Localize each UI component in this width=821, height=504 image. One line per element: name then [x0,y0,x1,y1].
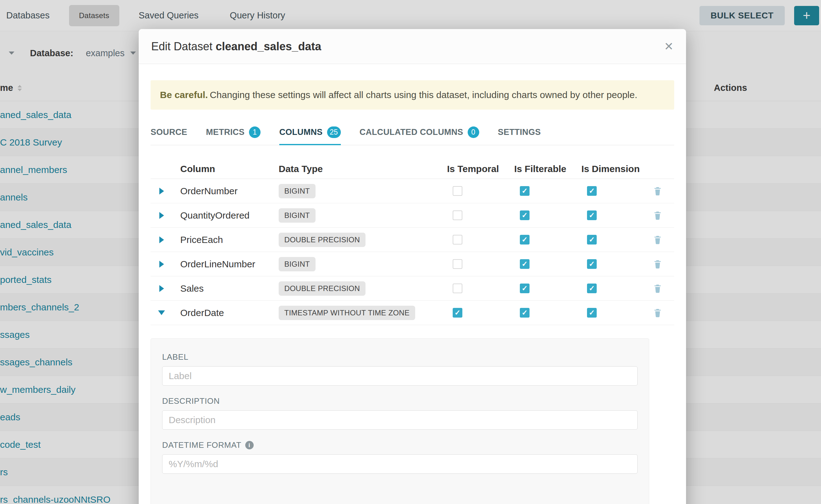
is-dimension-checkbox[interactable] [587,284,597,293]
table-row: QuantityOrdered BIGINT [151,203,674,228]
column-header: Is Temporal [440,164,507,174]
tab-metrics[interactable]: METRICS 1 [206,126,260,145]
label-field: LABEL [162,352,638,386]
tab-label: SOURCE [151,127,187,137]
tab-columns[interactable]: COLUMNS 25 [279,126,341,145]
modal-title: Edit Dataset cleaned_sales_data [151,40,321,53]
trash-icon[interactable] [641,308,674,318]
tab-label: COLUMNS [279,127,323,137]
is-filterable-checkbox[interactable] [520,186,530,196]
is-dimension-checkbox[interactable] [587,235,597,245]
columns-table: Column Data Type Is Temporal Is Filterab… [151,159,674,325]
column-header: Column [172,164,271,174]
tab-count-badge: 1 [249,126,260,138]
is-temporal-checkbox[interactable] [453,308,463,318]
is-temporal-checkbox[interactable] [453,210,463,220]
modal-body: Be careful.Changing these settings will … [139,64,686,504]
warning-banner-text: Changing these settings will affect all … [210,90,637,100]
table-row: OrderLineNumber BIGINT [151,252,674,276]
columns-table-header: Column Data Type Is Temporal Is Filterab… [151,159,674,179]
datetime-format-input[interactable] [162,454,638,474]
table-row: OrderDate TIMESTAMP WITHOUT TIME ZONE [151,301,674,325]
collapse-caret-icon[interactable] [158,310,165,315]
expand-caret-icon[interactable] [159,188,164,195]
modal-title-prefix: Edit Dataset [151,40,212,53]
datetime-format-field: DATETIME FORMAT i [162,440,638,474]
column-name: OrderDate [172,308,271,318]
tab-calculated-columns[interactable]: CALCULATED COLUMNS 0 [359,126,479,145]
is-filterable-checkbox[interactable] [520,210,530,220]
tab-source[interactable]: SOURCE [151,126,187,145]
trash-icon[interactable] [641,284,674,293]
description-input[interactable] [162,410,638,430]
is-dimension-checkbox[interactable] [587,259,597,269]
table-row: OrderNumber BIGINT [151,179,674,203]
description-field: DESCRIPTION [162,396,638,430]
trash-icon[interactable] [641,235,674,245]
data-type-pill: DOUBLE PRECISION [279,281,365,296]
label-field-label: LABEL [162,352,638,362]
data-type-pill: BIGINT [279,257,315,271]
column-header: Is Filterable [507,164,574,174]
is-filterable-checkbox[interactable] [520,308,530,318]
is-temporal-checkbox[interactable] [453,235,463,245]
column-name: OrderLineNumber [172,259,271,269]
is-filterable-checkbox[interactable] [520,235,530,245]
modal-tabs: SOURCE METRICS 1 COLUMNS 25 CALCULATED C… [151,126,674,145]
expand-caret-icon[interactable] [159,236,164,243]
data-type-pill: BIGINT [279,208,315,223]
is-dimension-checkbox[interactable] [587,210,597,220]
warning-banner-bold: Be careful. [160,90,208,100]
table-row: PriceEach DOUBLE PRECISION [151,228,674,252]
is-filterable-checkbox[interactable] [520,259,530,269]
is-temporal-checkbox[interactable] [453,186,463,196]
column-name: PriceEach [172,235,271,245]
edit-dataset-modal: Edit Dataset cleaned_sales_data ✕ Be car… [139,29,686,504]
description-field-label: DESCRIPTION [162,396,638,406]
trash-icon[interactable] [641,186,674,196]
data-type-pill: DOUBLE PRECISION [279,233,365,247]
is-dimension-checkbox[interactable] [587,308,597,318]
column-header: Data Type [271,164,440,174]
tab-label: SETTINGS [498,127,541,137]
modal-title-dataset-name: cleaned_sales_data [215,40,321,53]
table-row: Sales DOUBLE PRECISION [151,276,674,301]
data-type-pill: BIGINT [279,184,315,198]
column-header: Is Dimension [574,164,641,174]
warning-banner: Be careful.Changing these settings will … [151,80,674,110]
is-temporal-checkbox[interactable] [453,259,463,269]
trash-icon[interactable] [641,259,674,269]
column-name: Sales [172,283,271,294]
expand-caret-icon[interactable] [159,212,164,219]
tab-label: METRICS [206,127,245,137]
column-name: QuantityOrdered [172,210,271,221]
expand-caret-icon[interactable] [159,261,164,268]
close-icon[interactable]: ✕ [664,41,674,52]
tab-label: CALCULATED COLUMNS [359,127,463,137]
modal-header: Edit Dataset cleaned_sales_data ✕ [139,29,686,64]
info-icon: i [245,441,254,449]
tab-count-badge: 25 [327,126,341,138]
data-type-pill: TIMESTAMP WITHOUT TIME ZONE [279,306,415,320]
is-filterable-checkbox[interactable] [520,284,530,293]
tab-count-badge: 0 [468,126,479,138]
trash-icon[interactable] [641,211,674,220]
is-temporal-checkbox[interactable] [453,284,463,293]
column-name: OrderNumber [172,186,271,196]
expand-caret-icon[interactable] [159,285,164,292]
tab-settings[interactable]: SETTINGS [498,126,541,145]
is-dimension-checkbox[interactable] [587,186,597,196]
label-input[interactable] [162,366,638,386]
datetime-format-field-label: DATETIME FORMAT i [162,440,638,450]
datetime-format-label-text: DATETIME FORMAT [162,440,241,450]
column-detail-panel: LABEL DESCRIPTION DATETIME FORMAT i [151,338,649,504]
